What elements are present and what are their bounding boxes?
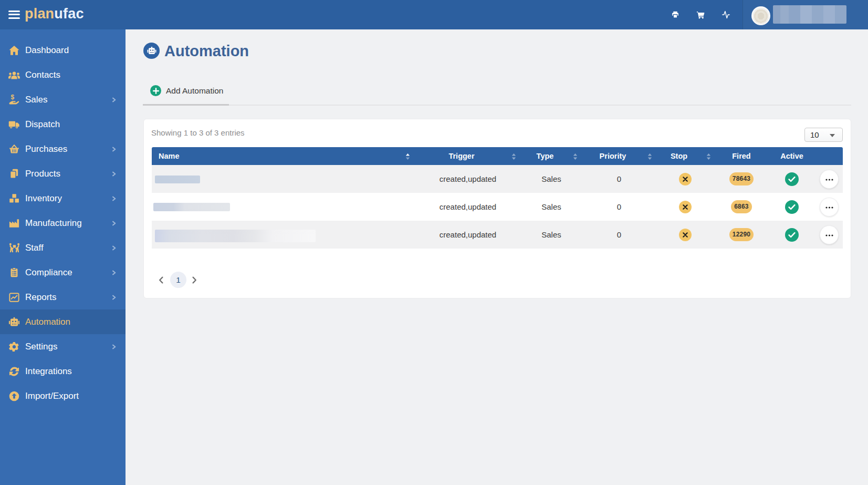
svg-text:$: $ <box>11 94 14 101</box>
